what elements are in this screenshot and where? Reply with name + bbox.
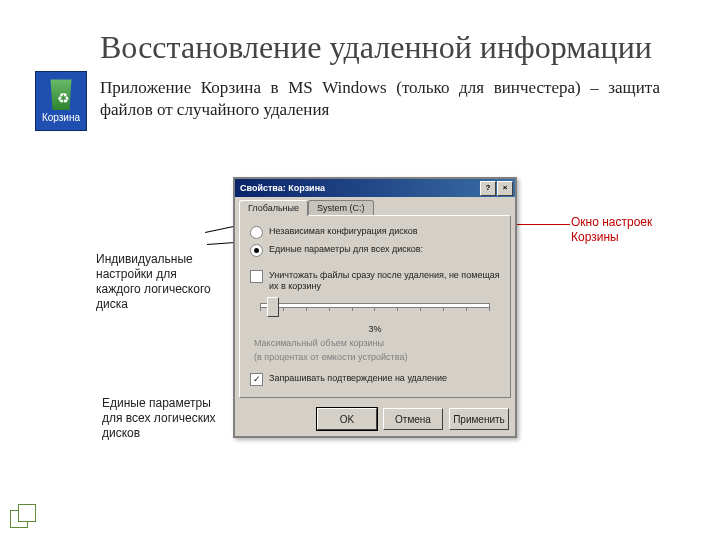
apply-button[interactable]: Применить — [449, 408, 509, 430]
slider-caption-1: Максимальный объем корзины — [254, 338, 496, 349]
intro-block: ♻ Корзина Приложение Корзина в MS Window… — [100, 77, 660, 121]
slide-decoration-icon — [10, 504, 38, 528]
checkbox-confirm-delete[interactable] — [250, 373, 263, 386]
close-button[interactable]: × — [497, 181, 513, 196]
recycle-bin-icon: ♻ Корзина — [35, 71, 87, 131]
slider-caption-2: (в процентах от емкости устройства) — [254, 352, 496, 363]
checkbox-delete-immediately-label: Уничтожать файлы сразу после удаления, н… — [269, 270, 500, 292]
recycle-bin-caption: Корзина — [42, 112, 80, 123]
tab-panel: Независимая конфигурация дисков Единые п… — [239, 215, 511, 398]
tab-strip: Глобальные System (C:) — [235, 200, 515, 215]
help-button[interactable]: ? — [480, 181, 496, 196]
tab-system-c[interactable]: System (C:) — [308, 200, 374, 215]
tab-global[interactable]: Глобальные — [239, 200, 308, 216]
cancel-button[interactable]: Отмена — [383, 408, 443, 430]
annotation-unified: Единые параметры для всех логических дис… — [102, 396, 232, 441]
slider-thumb[interactable] — [267, 297, 279, 317]
checkbox-confirm-delete-label: Запрашивать подтверждение на удаление — [269, 373, 500, 384]
radio-unified[interactable] — [250, 244, 263, 257]
radio-independent-label: Независимая конфигурация дисков — [269, 226, 500, 237]
slide-title: Восстановление удаленной информации — [100, 30, 660, 65]
intro-text: Приложение Корзина в MS Windows (только … — [100, 77, 660, 121]
annotation-window: Окно настроек Корзины — [571, 215, 681, 245]
arrow-to-window — [512, 224, 570, 225]
ok-button[interactable]: OK — [317, 408, 377, 430]
recycle-bin-properties-dialog: Свойства: Корзина ? × Глобальные System … — [233, 177, 517, 438]
dialog-title-text: Свойства: Корзина — [237, 183, 325, 193]
slider-value: 3% — [250, 324, 500, 334]
radio-unified-label: Единые параметры для всех дисков: — [269, 244, 500, 255]
radio-independent[interactable] — [250, 226, 263, 239]
annotation-individual: Индивидуальные настройки для каждого лог… — [96, 252, 216, 312]
checkbox-delete-immediately[interactable] — [250, 270, 263, 283]
size-slider[interactable] — [260, 298, 490, 324]
dialog-titlebar[interactable]: Свойства: Корзина ? × — [235, 179, 515, 197]
dialog-buttons: OK Отмена Применить — [235, 402, 515, 436]
